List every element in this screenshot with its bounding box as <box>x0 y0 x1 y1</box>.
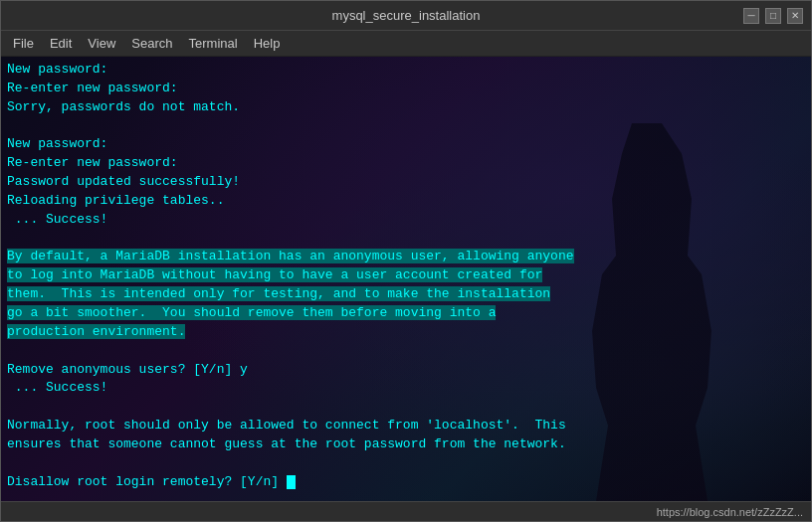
menu-view[interactable]: View <box>80 34 123 53</box>
terminal-output: New password: Re-enter new password: Sor… <box>1 57 811 495</box>
window-title: mysql_secure_installation <box>69 8 743 23</box>
menu-file[interactable]: File <box>5 34 42 53</box>
highlighted-block: By default, a MariaDB installation has a… <box>7 249 574 338</box>
terminal-cursor <box>287 475 296 489</box>
minimize-button[interactable]: ─ <box>743 8 759 24</box>
terminal-body[interactable]: New password: Re-enter new password: Sor… <box>1 57 811 501</box>
status-url: https://blog.csdn.net/zZzZzZ... <box>657 506 803 518</box>
menu-edit[interactable]: Edit <box>42 34 80 53</box>
menu-bar: File Edit View Search Terminal Help <box>1 31 811 57</box>
status-bar: https://blog.csdn.net/zZzZzZ... <box>1 501 811 521</box>
terminal-window: mysql_secure_installation ─ □ ✕ File Edi… <box>0 0 812 522</box>
menu-search[interactable]: Search <box>123 34 180 53</box>
title-bar: mysql_secure_installation ─ □ ✕ <box>1 1 811 31</box>
maximize-button[interactable]: □ <box>765 8 781 24</box>
menu-help[interactable]: Help <box>246 34 289 53</box>
window-controls: ─ □ ✕ <box>743 8 803 24</box>
line-2: Remove anonymous users? [Y/n] y ... Succ… <box>7 362 566 489</box>
line-1: New password: Re-enter new password: Sor… <box>7 62 240 227</box>
close-button[interactable]: ✕ <box>787 8 803 24</box>
menu-terminal[interactable]: Terminal <box>181 34 246 53</box>
